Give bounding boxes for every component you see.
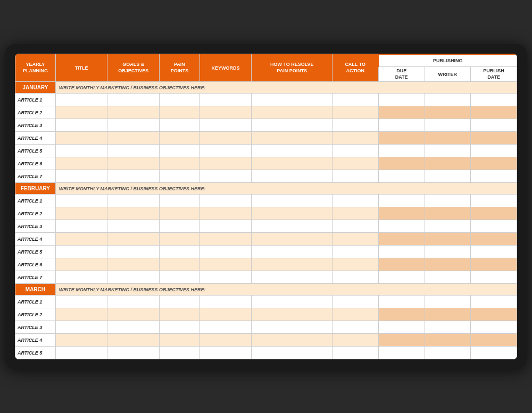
pub-cell xyxy=(425,132,471,145)
header-publishing: PUBLISHING xyxy=(378,54,517,67)
content-cell xyxy=(55,195,107,207)
pub-cell xyxy=(425,220,471,233)
pub-cell xyxy=(378,195,425,207)
content-cell xyxy=(55,246,107,258)
content-cell xyxy=(332,145,379,157)
content-cell xyxy=(107,296,160,308)
content-cell xyxy=(55,157,107,170)
content-cell xyxy=(55,132,107,145)
content-cell xyxy=(159,170,200,183)
content-cell xyxy=(55,233,107,246)
content-cell xyxy=(332,321,379,334)
article-row: ARTICLE 3 xyxy=(15,321,517,334)
content-cell xyxy=(159,207,200,220)
header-title: TITLE xyxy=(55,54,107,82)
content-cell xyxy=(55,119,107,132)
pub-cell xyxy=(471,195,517,207)
content-cell xyxy=(252,347,332,359)
pub-cell xyxy=(425,94,471,106)
pub-cell xyxy=(471,271,517,284)
article-label: ARTICLE 2 xyxy=(15,207,56,220)
article-label: ARTICLE 6 xyxy=(15,157,56,170)
pub-cell xyxy=(425,271,471,284)
content-cell xyxy=(200,207,252,220)
pub-cell xyxy=(378,246,425,258)
content-cell xyxy=(332,258,379,271)
content-cell xyxy=(107,170,160,183)
content-cell xyxy=(200,308,252,321)
content-cell xyxy=(332,132,379,145)
header-writer: Writer xyxy=(425,67,471,82)
article-row: ARTICLE 2 xyxy=(15,106,517,119)
pub-cell xyxy=(471,119,517,132)
content-cell xyxy=(332,170,379,183)
content-cell xyxy=(200,258,252,271)
content-cell xyxy=(332,271,379,284)
content-cell xyxy=(55,106,107,119)
content-cell xyxy=(159,220,200,233)
pub-cell xyxy=(378,334,425,347)
content-cell xyxy=(200,271,252,284)
pub-cell xyxy=(425,321,471,334)
pub-cell xyxy=(425,233,471,246)
article-label: ARTICLE 1 xyxy=(15,296,56,308)
content-cell xyxy=(107,106,160,119)
month-label-february: FEBRUARY xyxy=(15,183,56,195)
pub-cell xyxy=(471,334,517,347)
pub-cell xyxy=(378,94,425,106)
article-row: ARTICLE 5 xyxy=(15,246,517,258)
content-cell xyxy=(332,106,379,119)
pub-cell xyxy=(378,296,425,308)
content-cell xyxy=(200,145,252,157)
content-cell xyxy=(107,347,160,359)
pub-cell xyxy=(471,145,517,157)
content-cell xyxy=(200,296,252,308)
content-cell xyxy=(107,220,160,233)
content-cell xyxy=(107,207,160,220)
content-cell xyxy=(159,106,200,119)
content-cell xyxy=(159,271,200,284)
pub-cell xyxy=(425,106,471,119)
content-cell xyxy=(159,334,200,347)
pub-cell xyxy=(378,233,425,246)
month-label-march: MARCH xyxy=(15,284,56,296)
pub-cell xyxy=(378,132,425,145)
pub-cell xyxy=(425,246,471,258)
content-cell xyxy=(252,106,332,119)
pub-cell xyxy=(425,308,471,321)
content-cell xyxy=(200,334,252,347)
content-cell xyxy=(200,321,252,334)
pub-cell xyxy=(378,170,425,183)
content-cell xyxy=(252,157,332,170)
content-cell xyxy=(55,145,107,157)
pub-cell xyxy=(471,220,517,233)
content-cell xyxy=(252,220,332,233)
article-row: ARTICLE 7 xyxy=(15,170,517,183)
article-row: ARTICLE 2 xyxy=(15,207,517,220)
pub-cell xyxy=(425,157,471,170)
article-row: ARTICLE 6 xyxy=(15,157,517,170)
content-cell xyxy=(332,94,379,106)
pub-cell xyxy=(425,347,471,359)
content-cell xyxy=(252,119,332,132)
article-label: ARTICLE 1 xyxy=(15,195,56,207)
content-cell xyxy=(200,246,252,258)
content-cell xyxy=(200,132,252,145)
header-cta: CALL TOACTION xyxy=(332,54,379,82)
content-cell xyxy=(332,246,379,258)
month-row-january: JANUARYWRITE MONTHLY MARKETING / BUSINES… xyxy=(15,82,517,94)
article-label: ARTICLE 7 xyxy=(15,170,56,183)
content-cell xyxy=(252,308,332,321)
content-cell xyxy=(200,220,252,233)
content-cell xyxy=(55,347,107,359)
article-label: ARTICLE 2 xyxy=(15,106,56,119)
header-keywords: KEYWORDS xyxy=(200,54,252,82)
pub-cell xyxy=(378,321,425,334)
pub-cell xyxy=(471,132,517,145)
pub-cell xyxy=(425,170,471,183)
pub-cell xyxy=(425,334,471,347)
content-cell xyxy=(332,334,379,347)
pub-cell xyxy=(378,207,425,220)
header-yearly-planning: YEARLYPLANNING xyxy=(15,54,56,82)
content-cell xyxy=(107,119,160,132)
